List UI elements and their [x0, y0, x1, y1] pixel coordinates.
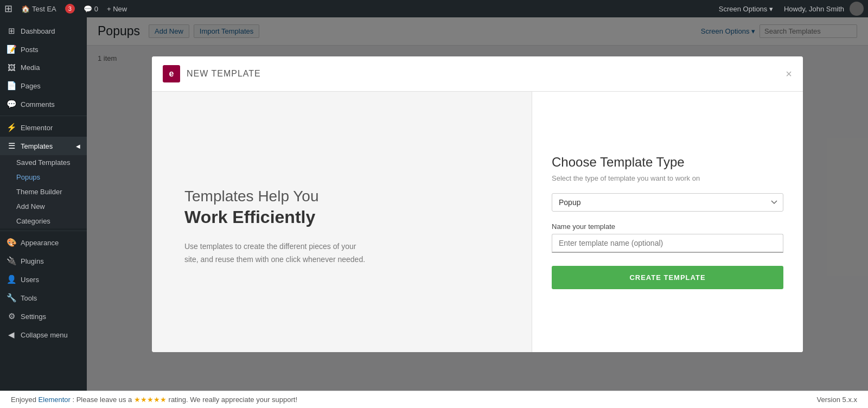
- modal-body: Templates Help You Work Efficiently Use …: [152, 92, 803, 352]
- site-name: Test EA: [32, 5, 56, 13]
- theme-builder-label: Theme Builder: [16, 188, 62, 196]
- modal-left-heading-bold: Work Efficiently: [184, 207, 499, 227]
- sidebar-item-appearance[interactable]: 🎨 Appearance: [0, 233, 87, 252]
- add-new-label: Add New: [16, 202, 45, 211]
- media-icon: 🖼: [7, 63, 16, 72]
- users-icon: 👤: [7, 275, 16, 284]
- template-name-label: Name your template: [552, 222, 783, 231]
- modal-left-description: Use templates to create the different pi…: [184, 240, 369, 266]
- sidebar-label-tools: Tools: [21, 294, 37, 302]
- templates-arrow-icon: ◀: [76, 143, 80, 149]
- modal-left-heading: Templates Help You: [184, 188, 499, 205]
- elementor-icon: ⚡: [7, 123, 16, 132]
- sidebar-label-comments: Comments: [21, 100, 55, 109]
- sidebar-label-users: Users: [21, 276, 39, 284]
- modal-title: NEW TEMPLATE: [187, 69, 261, 79]
- comments-count: 0: [94, 5, 98, 13]
- footer-bar: Enjoyed Elementor : Please leave us a ★★…: [0, 391, 868, 408]
- sidebar-label-posts: Posts: [21, 46, 39, 54]
- appearance-icon: 🎨: [7, 238, 16, 247]
- admin-bar-right: Screen Options ▾ Howdy, John Smith: [719, 2, 864, 16]
- sidebar-label-elementor: Elementor: [21, 124, 53, 132]
- template-name-input[interactable]: [552, 234, 783, 253]
- dashboard-icon: ⊞: [7, 26, 16, 36]
- templates-icon: ☰: [7, 141, 16, 151]
- categories-label: Categories: [16, 217, 50, 225]
- new-label: + New: [107, 5, 127, 13]
- sidebar-label-media: Media: [21, 63, 40, 72]
- sidebar-item-plugins[interactable]: 🔌 Plugins: [0, 252, 87, 270]
- footer-version: Version 5.x.x: [817, 396, 857, 404]
- sidebar-label-plugins: Plugins: [21, 257, 44, 265]
- sidebar-item-collapse[interactable]: ◀ Collapse menu: [0, 326, 87, 344]
- wp-logo-icon[interactable]: ⊞: [4, 3, 12, 15]
- user-avatar: [850, 2, 864, 16]
- sidebar-label-settings: Settings: [21, 313, 46, 321]
- pages-icon: 📄: [7, 81, 16, 91]
- admin-bar-updates[interactable]: 3: [61, 0, 79, 17]
- screen-options-label[interactable]: Screen Options ▾: [719, 5, 773, 13]
- sidebar-sub-item-saved-templates[interactable]: Saved Templates: [0, 155, 87, 170]
- sidebar-item-templates[interactable]: ☰ Templates ◀: [0, 137, 87, 155]
- comments-sidebar-icon: 💬: [7, 99, 16, 109]
- admin-bar: ⊞ 🏠 Test EA 3 💬 0 + New Screen Options ▾…: [0, 0, 868, 17]
- sidebar-item-posts[interactable]: 📝 Posts: [0, 40, 87, 59]
- collapse-icon: ◀: [7, 330, 16, 340]
- admin-bar-new[interactable]: + New: [103, 0, 131, 17]
- sidebar-sub-item-theme-builder[interactable]: Theme Builder: [0, 184, 87, 199]
- sidebar-item-media[interactable]: 🖼 Media: [0, 59, 87, 76]
- saved-templates-label: Saved Templates: [16, 158, 71, 167]
- create-template-button[interactable]: CREATE TEMPLATE: [552, 266, 783, 289]
- plugins-icon: 🔌: [7, 256, 16, 266]
- sidebar-label-pages: Pages: [21, 82, 41, 90]
- sidebar: ⊞ Dashboard 📝 Posts 🖼 Media 📄 Pages 💬 Co…: [0, 17, 87, 391]
- sidebar-item-users[interactable]: 👤 Users: [0, 270, 87, 289]
- template-type-select[interactable]: Popup Page Section Header Footer: [552, 193, 783, 212]
- home-icon: 🏠: [21, 5, 30, 13]
- sidebar-item-settings[interactable]: ⚙ Settings: [0, 307, 87, 326]
- sidebar-label-dashboard: Dashboard: [21, 27, 55, 35]
- elementor-icon-letter: e: [169, 69, 174, 79]
- footer-after-link: : Please leave us a: [72, 396, 133, 404]
- footer-after-rating: rating. We really appreciate your suppor…: [169, 396, 298, 404]
- admin-bar-site[interactable]: 🏠 Test EA: [17, 0, 61, 17]
- sidebar-item-dashboard[interactable]: ⊞ Dashboard: [0, 22, 87, 40]
- choose-template-type-heading: Choose Template Type: [552, 155, 783, 170]
- sidebar-item-elementor[interactable]: ⚡ Elementor: [0, 118, 87, 137]
- tools-icon: 🔧: [7, 293, 16, 303]
- updates-count: 3: [65, 4, 75, 14]
- admin-bar-comments[interactable]: 💬 0: [79, 0, 103, 17]
- sidebar-submenu-templates: Saved Templates Popups Theme Builder Add…: [0, 155, 87, 228]
- modal-overlay[interactable]: e NEW TEMPLATE × Templates Help You Work…: [87, 17, 868, 391]
- sidebar-item-pages[interactable]: 📄 Pages: [0, 76, 87, 95]
- popups-label: Popups: [16, 173, 40, 181]
- footer-elementor-link[interactable]: Elementor: [39, 396, 71, 404]
- sidebar-sub-item-popups[interactable]: Popups: [0, 170, 87, 184]
- modal-left-panel: Templates Help You Work Efficiently Use …: [152, 92, 532, 352]
- new-template-modal: e NEW TEMPLATE × Templates Help You Work…: [152, 56, 803, 352]
- comments-icon: 💬: [84, 5, 92, 13]
- sidebar-item-tools[interactable]: 🔧 Tools: [0, 289, 87, 307]
- footer-rating: ★★★★★: [134, 396, 167, 404]
- modal-close-button[interactable]: ×: [786, 68, 792, 79]
- modal-right-panel: Choose Template Type Select the type of …: [532, 92, 803, 352]
- sidebar-divider-2: [0, 231, 87, 231]
- footer-text: Enjoyed Elementor : Please leave us a ★★…: [11, 396, 297, 404]
- user-greeting: Howdy, John Smith: [784, 5, 844, 13]
- sidebar-sub-item-add-new[interactable]: Add New: [0, 199, 87, 214]
- modal-header: e NEW TEMPLATE ×: [152, 56, 803, 92]
- elementor-modal-icon: e: [163, 65, 180, 82]
- main-content: Popups Add New Import Templates Screen O…: [87, 17, 868, 391]
- sidebar-divider-1: [0, 116, 87, 116]
- footer-enjoyed: Enjoyed: [11, 396, 39, 404]
- posts-icon: 📝: [7, 44, 16, 54]
- app-body: ⊞ Dashboard 📝 Posts 🖼 Media 📄 Pages 💬 Co…: [0, 17, 868, 391]
- sidebar-label-templates: Templates: [21, 142, 53, 150]
- choose-template-type-description: Select the type of template you want to …: [552, 174, 783, 182]
- sidebar-item-comments[interactable]: 💬 Comments: [0, 95, 87, 113]
- settings-icon: ⚙: [7, 311, 16, 321]
- sidebar-sub-item-categories[interactable]: Categories: [0, 214, 87, 228]
- sidebar-label-collapse: Collapse menu: [21, 331, 68, 339]
- sidebar-label-appearance: Appearance: [21, 239, 59, 247]
